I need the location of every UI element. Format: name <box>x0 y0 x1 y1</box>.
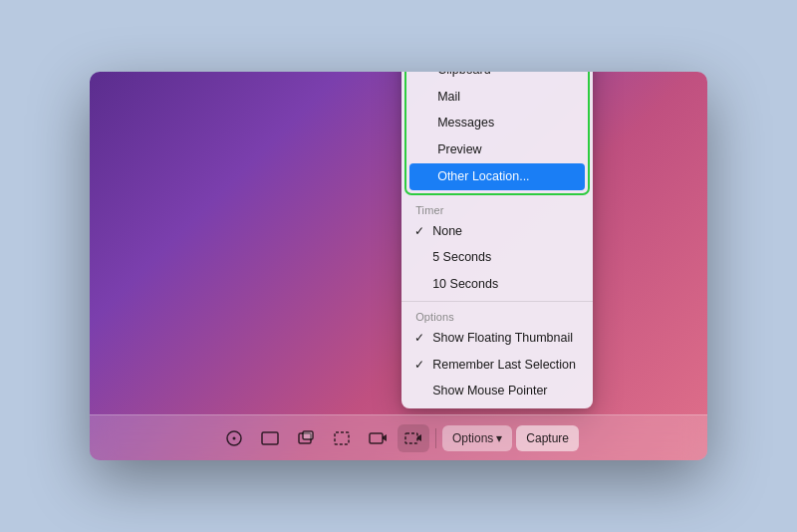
toolbar: Options ▾ Capture <box>90 414 707 460</box>
options-header: Options <box>401 305 593 325</box>
menu-item-remember-selection[interactable]: Remember Last Selection <box>404 352 590 379</box>
options-button[interactable]: Options ▾ <box>442 425 512 451</box>
toolbar-icon-selection[interactable] <box>326 424 358 452</box>
menu-item-other-location[interactable]: Other Location... <box>409 163 585 190</box>
toolbar-icon-fullscreen[interactable] <box>254 424 286 452</box>
capture-button[interactable]: Capture <box>516 425 579 451</box>
screen-window: Save to Desktop Documents Clipboard Mail… <box>90 72 707 460</box>
menu-item-show-mouse-pointer[interactable]: Show Mouse Pointer <box>404 378 590 404</box>
capture-label: Capture <box>526 431 569 445</box>
toolbar-icon-screen[interactable] <box>218 424 250 452</box>
menu-item-floating-thumbnail[interactable]: Show Floating Thumbnail <box>404 325 590 352</box>
options-chevron: ▾ <box>496 431 502 445</box>
svg-point-0 <box>232 436 235 439</box>
options-label: Options <box>452 431 493 445</box>
toolbar-icon-window[interactable] <box>290 424 322 452</box>
dropdown-menu: Save to Desktop Documents Clipboard Mail… <box>401 72 593 408</box>
menu-item-clipboard[interactable]: Clipboard <box>409 72 585 84</box>
desktop-background <box>90 72 707 460</box>
menu-divider <box>401 301 593 302</box>
menu-item-mail[interactable]: Mail <box>409 84 585 111</box>
menu-item-10-seconds[interactable]: 10 Seconds <box>404 271 590 298</box>
menu-item-preview[interactable]: Preview <box>409 136 585 163</box>
menu-item-none[interactable]: None <box>404 218 590 245</box>
menu-item-messages[interactable]: Messages <box>409 110 585 136</box>
timer-header: Timer <box>401 198 593 218</box>
toolbar-icon-video-selection[interactable] <box>398 424 429 452</box>
svg-rect-7 <box>405 433 417 443</box>
menu-item-5-seconds[interactable]: 5 Seconds <box>404 244 590 271</box>
toolbar-icon-video-fullscreen[interactable] <box>362 424 394 452</box>
toolbar-separator <box>435 428 436 448</box>
svg-rect-5 <box>335 432 349 444</box>
svg-rect-2 <box>262 432 278 444</box>
svg-rect-6 <box>370 433 383 443</box>
svg-rect-4 <box>303 431 313 439</box>
save-to-section: Save to Desktop Documents Clipboard Mail… <box>404 72 590 195</box>
